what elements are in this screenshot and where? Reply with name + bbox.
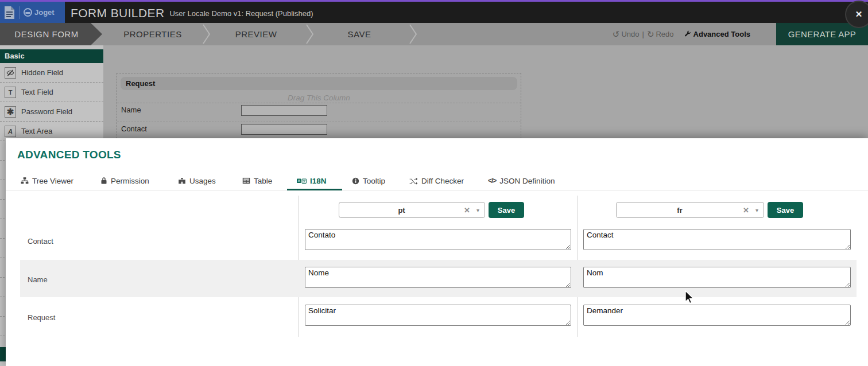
palette-item-label: Text Field xyxy=(21,88,53,96)
undo-icon: ↺ xyxy=(613,30,620,38)
translation-input-contact-fr[interactable]: Contact xyxy=(583,229,851,250)
form-builder-screen: Joget FORM BUILDER User Locale Demo v1: … xyxy=(0,0,868,366)
translation-input-contact-pt[interactable]: Contato xyxy=(305,229,571,250)
tab-save-label: SAVE xyxy=(348,29,371,39)
language-select-pt[interactable]: pt ✕ ▾ xyxy=(339,202,485,218)
tab-json-definition[interactable]: </> JSON Definition xyxy=(488,173,555,189)
tab-design-form-label: DESIGN FORM xyxy=(14,29,78,39)
tab-i18n[interactable]: A I18N xyxy=(297,173,327,189)
translation-input-request-pt[interactable]: Solicitar xyxy=(305,305,571,326)
tab-label: Table xyxy=(254,177,272,185)
toolbar-right-controls: ↺ Undo | ↻ Redo Advanced Tools xyxy=(613,23,750,45)
save-translations-button-fr[interactable]: Save xyxy=(768,202,803,218)
advanced-tools-panel: ADVANCED TOOLS Tree Viewer Permission Us… xyxy=(6,138,868,366)
tab-properties-label: PROPERTIES xyxy=(123,29,181,39)
name-field-input[interactable] xyxy=(241,105,327,116)
wrench-icon xyxy=(684,30,691,38)
drag-column-hint: Drag This Column xyxy=(117,94,521,102)
palette-item-label: Hidden Field xyxy=(21,68,63,77)
palette-item-label: Text Area xyxy=(21,127,52,135)
tab-label: Tree Viewer xyxy=(32,177,73,185)
chevron-down-icon[interactable]: ▾ xyxy=(755,207,758,213)
chevron-separator-icon xyxy=(305,23,315,45)
text-field-icon: T xyxy=(5,87,16,98)
translation-input-name-pt[interactable]: Nome xyxy=(305,267,571,288)
eye-slash-icon xyxy=(5,67,16,79)
builder-step-bar: DESIGN FORM PROPERTIES PREVIEW SAVE ↺ Un… xyxy=(0,23,868,45)
close-builder-button[interactable]: ✕ xyxy=(846,2,868,27)
chevron-down-icon[interactable]: ▾ xyxy=(476,207,479,213)
undo-button[interactable]: ↺ Undo xyxy=(613,30,640,38)
tab-diff-checker[interactable]: Diff Checker xyxy=(409,173,464,189)
tab-design-form[interactable]: DESIGN FORM xyxy=(0,23,102,45)
form-row-name[interactable]: Name xyxy=(117,103,521,122)
svg-text:A: A xyxy=(298,179,300,182)
tab-properties[interactable]: PROPERTIES xyxy=(107,23,199,45)
tab-usages[interactable]: Usages xyxy=(178,173,216,189)
field-label: Name xyxy=(121,106,141,114)
shuffle-icon xyxy=(409,177,418,185)
panel-title: ADVANCED TOOLS xyxy=(17,149,121,161)
form-subtitle: User Locale Demo v1: Request (Published) xyxy=(169,9,313,18)
tab-label: Diff Checker xyxy=(421,177,464,185)
generate-app-label: GENERATE APP xyxy=(788,29,856,39)
tab-preview-label: PREVIEW xyxy=(235,29,277,39)
text-area-icon: A xyxy=(5,126,16,137)
joget-brand: Joget xyxy=(24,8,55,17)
tab-label: Tooltip xyxy=(363,177,385,185)
clear-icon[interactable]: ✕ xyxy=(464,206,470,215)
contact-field-input[interactable] xyxy=(241,124,327,135)
clear-icon[interactable]: ✕ xyxy=(743,206,749,215)
active-tab-underline xyxy=(287,189,342,190)
translation-input-request-fr[interactable]: Demander xyxy=(583,305,851,326)
palette-item-hidden-field[interactable]: Hidden Field xyxy=(0,63,103,83)
palette-category-basic[interactable]: Basic xyxy=(0,49,103,63)
translation-key-contact: Contact xyxy=(28,237,53,246)
translation-input-name-fr[interactable]: Nom xyxy=(583,267,851,288)
language-select-value: fr xyxy=(617,206,743,215)
field-label: Contact xyxy=(121,124,147,133)
app-header: Joget FORM BUILDER User Locale Demo v1: … xyxy=(0,2,868,23)
info-circle-icon xyxy=(352,177,359,185)
lock-icon xyxy=(100,177,107,185)
tab-label: I18N xyxy=(310,177,327,185)
tab-label: Permission xyxy=(111,177,149,185)
form-section-title: Request xyxy=(121,77,517,90)
joget-logo-block[interactable]: Joget xyxy=(0,2,65,23)
language-select-fr[interactable]: fr ✕ ▾ xyxy=(616,202,764,218)
undo-label: Undo xyxy=(621,30,639,38)
document-icon xyxy=(4,6,15,20)
chevron-separator-icon xyxy=(202,23,211,45)
language-select-value: pt xyxy=(339,206,464,215)
tab-preview[interactable]: PREVIEW xyxy=(210,23,302,45)
tab-save[interactable]: SAVE xyxy=(313,23,405,45)
redo-button[interactable]: ↻ Redo xyxy=(647,30,674,38)
save-button-label: Save xyxy=(777,206,794,215)
palette-item-password-field[interactable]: ✱ Password Field xyxy=(0,102,103,122)
save-translations-button-pt[interactable]: Save xyxy=(489,202,524,218)
palette-item-text-field[interactable]: T Text Field xyxy=(0,83,103,102)
chevron-separator-icon xyxy=(409,23,418,45)
joget-logo-icon xyxy=(24,8,32,17)
table-icon xyxy=(242,177,250,185)
save-button-label: Save xyxy=(498,206,515,215)
advanced-tools-label: Advanced Tools xyxy=(693,30,750,38)
toolbar-divider: | xyxy=(642,30,644,38)
asterisk-icon: ✱ xyxy=(5,106,16,118)
translation-key-name: Name xyxy=(28,275,48,284)
tab-permission[interactable]: Permission xyxy=(100,173,149,189)
advanced-tools-button[interactable]: Advanced Tools xyxy=(684,30,750,38)
tab-label: Usages xyxy=(189,177,216,185)
tab-tree-viewer[interactable]: Tree Viewer xyxy=(21,173,73,189)
tabs-divider xyxy=(6,190,868,190)
code-icon: </> xyxy=(488,177,496,185)
sitemap-icon xyxy=(21,177,29,185)
translation-key-request: Request xyxy=(28,313,55,322)
redo-icon: ↻ xyxy=(647,30,654,38)
tab-tooltip[interactable]: Tooltip xyxy=(352,173,385,189)
tab-table[interactable]: Table xyxy=(242,173,272,189)
close-icon: ✕ xyxy=(855,9,863,20)
page-title: FORM BUILDER xyxy=(71,7,164,19)
tab-label: JSON Definition xyxy=(499,177,555,185)
redo-label: Redo xyxy=(656,30,673,38)
